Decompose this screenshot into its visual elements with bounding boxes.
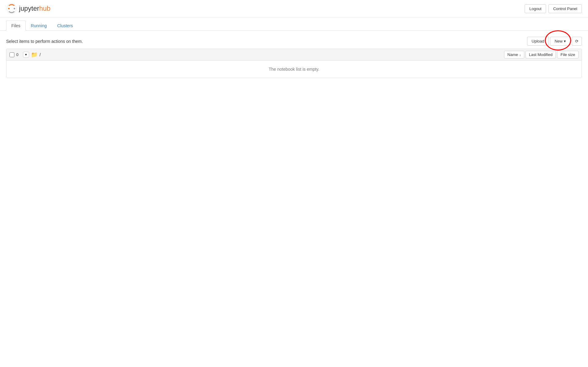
svg-point-1	[8, 8, 10, 9]
logo: jupyterhub	[6, 3, 51, 14]
folder-icon: 📁	[31, 51, 38, 58]
upload-button[interactable]: Upload	[527, 37, 549, 46]
tab-files[interactable]: Files	[6, 21, 26, 31]
tab-running[interactable]: Running	[26, 21, 52, 31]
logo-hub: hub	[39, 5, 51, 12]
sort-name-arrow-icon: ↓	[519, 53, 521, 57]
nav-tabs: Files Running Clusters	[0, 21, 588, 31]
toolbar-instruction: Select items to perform actions on them.	[6, 39, 83, 44]
logout-button[interactable]: Logout	[525, 4, 546, 13]
new-dropdown-arrow-icon: ▾	[564, 39, 566, 43]
control-panel-button[interactable]: Control Panel	[548, 4, 582, 13]
sort-name-label: Name	[507, 52, 518, 57]
main-content: Select items to perform actions on them.…	[0, 31, 588, 84]
logo-jupyter: jupyter	[19, 5, 39, 12]
file-list-header-left: 0 ▾ 📁 /	[9, 51, 504, 58]
select-dropdown-button[interactable]: ▾	[23, 52, 29, 58]
tab-clusters[interactable]: Clusters	[52, 21, 78, 31]
new-button[interactable]: New ▾	[550, 37, 571, 46]
header-buttons: Logout Control Panel	[525, 4, 582, 13]
sort-name-button[interactable]: Name ↓	[504, 51, 524, 58]
new-button-label: New	[555, 39, 563, 43]
select-count: 0	[16, 52, 21, 57]
file-list-header: 0 ▾ 📁 / Name ↓ Last Modified File size	[6, 49, 582, 61]
sort-file-size-label: File size	[560, 52, 575, 57]
jupyter-logo-icon	[6, 3, 17, 14]
toolbar-row: Select items to perform actions on them.…	[6, 37, 582, 46]
svg-point-2	[14, 8, 15, 9]
sort-last-modified-button[interactable]: Last Modified	[526, 51, 556, 58]
file-list-empty: The notebook list is empty.	[6, 61, 582, 78]
sort-file-size-button[interactable]: File size	[557, 51, 579, 58]
path-text: /	[40, 52, 41, 57]
header: jupyterhub Logout Control Panel	[0, 0, 588, 17]
refresh-button[interactable]: ⟳	[572, 37, 582, 46]
file-list-header-right: Name ↓ Last Modified File size	[504, 51, 579, 58]
select-all-checkbox[interactable]	[9, 52, 14, 57]
toolbar-actions: Upload New ▾ ⟳	[527, 37, 582, 46]
logo-text: jupyterhub	[19, 5, 51, 13]
sort-last-modified-label: Last Modified	[529, 52, 552, 57]
file-list-container: 0 ▾ 📁 / Name ↓ Last Modified File size T…	[6, 49, 582, 78]
